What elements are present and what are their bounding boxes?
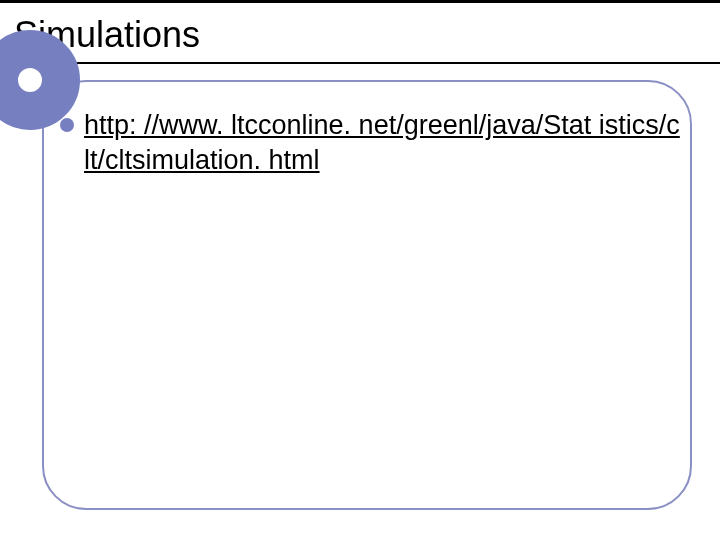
bullet-icon <box>60 118 74 132</box>
list-item: http: //www. ltcconline. net/greenl/java… <box>60 108 680 178</box>
divider-bottom <box>0 62 720 64</box>
title-area: Simulations <box>0 0 720 64</box>
divider-top <box>0 0 720 3</box>
body-area: http: //www. ltcconline. net/greenl/java… <box>60 108 680 178</box>
link[interactable]: http: //www. ltcconline. net/greenl/java… <box>84 108 680 178</box>
slide: Simulations http: //www. ltcconline. net… <box>0 0 720 540</box>
slide-title: Simulations <box>0 10 720 64</box>
